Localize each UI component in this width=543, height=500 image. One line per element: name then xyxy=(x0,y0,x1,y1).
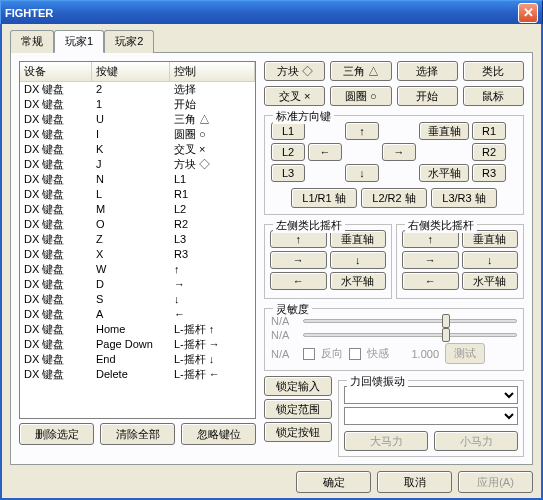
dpad-label: 标准方向键 xyxy=(273,109,334,124)
cancel-button[interactable]: 取消 xyxy=(377,471,452,493)
l3-button[interactable]: L3 xyxy=(271,164,305,182)
dpad-right[interactable]: → xyxy=(382,143,416,161)
rs-down[interactable]: ↓ xyxy=(462,251,519,269)
l2r2-axis-button[interactable]: L2/R2 轴 xyxy=(361,188,427,208)
r2-button[interactable]: R2 xyxy=(472,143,506,161)
col-key[interactable]: 按键 xyxy=(92,62,170,81)
lock-range-button[interactable]: 锁定范围 xyxy=(264,399,332,419)
right-stick-label: 右侧类比摇杆 xyxy=(405,218,477,233)
rs-horiz[interactable]: 水平轴 xyxy=(462,272,519,290)
ls-right[interactable]: → xyxy=(270,251,327,269)
small-motor-button[interactable]: 小马力 xyxy=(434,431,518,451)
big-motor-button[interactable]: 大马力 xyxy=(344,431,428,451)
l3r3-axis-button[interactable]: L3/R3 轴 xyxy=(431,188,497,208)
table-row[interactable]: DX 键盘DeleteL-摇杆 ← xyxy=(20,367,255,382)
invert-label: 反向 xyxy=(321,346,343,361)
ff-label: 力回馈振动 xyxy=(347,374,408,389)
ls-left[interactable]: ← xyxy=(270,272,327,290)
invert-checkbox[interactable] xyxy=(303,348,315,360)
table-row[interactable]: DX 键盘J方块 ◇ xyxy=(20,157,255,172)
table-row[interactable]: DX 键盘ML2 xyxy=(20,202,255,217)
dpad-left[interactable]: ← xyxy=(308,143,342,161)
ignore-key-button[interactable]: 忽略键位 xyxy=(181,423,256,445)
ok-button[interactable]: 确定 xyxy=(296,471,371,493)
l2-button[interactable]: L2 xyxy=(271,143,305,161)
table-row[interactable]: DX 键盘D→ xyxy=(20,277,255,292)
ls-down[interactable]: ↓ xyxy=(330,251,387,269)
sens-slider-2[interactable] xyxy=(303,333,517,337)
dpad-up[interactable]: ↑ xyxy=(345,122,379,140)
table-row[interactable]: DX 键盘K交叉 × xyxy=(20,142,255,157)
table-row[interactable]: DX 键盘1开始 xyxy=(20,97,255,112)
triangle-button[interactable]: 三角 △ xyxy=(330,61,391,81)
sens-value: 1.000 xyxy=(395,348,439,360)
tab-player1[interactable]: 玩家1 xyxy=(54,30,104,53)
table-row[interactable]: DX 键盘U三角 △ xyxy=(20,112,255,127)
cross-button[interactable]: 交叉 × xyxy=(264,86,325,106)
table-row[interactable]: DX 键盘2选择 xyxy=(20,82,255,97)
close-icon[interactable]: ✕ xyxy=(518,3,538,23)
r3-button[interactable]: R3 xyxy=(472,164,506,182)
square-button[interactable]: 方块 ◇ xyxy=(264,61,325,81)
r1-button[interactable]: R1 xyxy=(472,122,506,140)
table-row[interactable]: DX 键盘LR1 xyxy=(20,187,255,202)
sens-slider-1[interactable] xyxy=(303,319,517,323)
delete-selected-button[interactable]: 删除选定 xyxy=(19,423,94,445)
table-row[interactable]: DX 键盘ZL3 xyxy=(20,232,255,247)
select-button[interactable]: 选择 xyxy=(397,61,458,81)
ff-select-2[interactable] xyxy=(344,407,518,425)
tab-general[interactable]: 常规 xyxy=(10,30,54,53)
l1-button[interactable]: L1 xyxy=(271,122,305,140)
apply-button[interactable]: 应用(A) xyxy=(458,471,533,493)
sens-na-2: N/A xyxy=(271,329,297,341)
mouse-button[interactable]: 鼠标 xyxy=(463,86,524,106)
ls-horiz[interactable]: 水平轴 xyxy=(330,272,387,290)
col-control[interactable]: 控制 xyxy=(170,62,255,81)
quick-label: 快感 xyxy=(367,346,389,361)
dpad-down[interactable]: ↓ xyxy=(345,164,379,182)
table-row[interactable]: DX 键盘HomeL-摇杆 ↑ xyxy=(20,322,255,337)
sens-na-3: N/A xyxy=(271,348,297,360)
vert-axis-button[interactable]: 垂直轴 xyxy=(419,122,469,140)
table-row[interactable]: DX 键盘EndL-摇杆 ↓ xyxy=(20,352,255,367)
tab-player2[interactable]: 玩家2 xyxy=(104,30,154,53)
sensitivity-label: 灵敏度 xyxy=(273,302,312,317)
left-stick-label: 左侧类比摇杆 xyxy=(273,218,345,233)
table-row[interactable]: DX 键盘Page DownL-摇杆 → xyxy=(20,337,255,352)
circle-button[interactable]: 圆圈 ○ xyxy=(330,86,391,106)
start-button[interactable]: 开始 xyxy=(397,86,458,106)
l1r1-axis-button[interactable]: L1/R1 轴 xyxy=(291,188,357,208)
table-row[interactable]: DX 键盘I圆圈 ○ xyxy=(20,127,255,142)
clear-all-button[interactable]: 清除全部 xyxy=(100,423,175,445)
bindings-table[interactable]: 设备 按键 控制 DX 键盘2选择DX 键盘1开始DX 键盘U三角 △DX 键盘… xyxy=(19,61,256,419)
table-row[interactable]: DX 键盘NL1 xyxy=(20,172,255,187)
quick-checkbox[interactable] xyxy=(349,348,361,360)
table-row[interactable]: DX 键盘S↓ xyxy=(20,292,255,307)
rs-right[interactable]: → xyxy=(402,251,459,269)
horiz-axis-button[interactable]: 水平轴 xyxy=(419,164,469,182)
test-button[interactable]: 测试 xyxy=(445,343,485,364)
lock-button-button[interactable]: 锁定按钮 xyxy=(264,422,332,442)
lock-input-button[interactable]: 锁定输入 xyxy=(264,376,332,396)
analog-button[interactable]: 类比 xyxy=(463,61,524,81)
table-row[interactable]: DX 键盘XR3 xyxy=(20,247,255,262)
table-row[interactable]: DX 键盘A← xyxy=(20,307,255,322)
table-row[interactable]: DX 键盘OR2 xyxy=(20,217,255,232)
table-row[interactable]: DX 键盘W↑ xyxy=(20,262,255,277)
window-title: FIGHTER xyxy=(5,7,53,19)
col-device[interactable]: 设备 xyxy=(20,62,92,81)
rs-left[interactable]: ← xyxy=(402,272,459,290)
